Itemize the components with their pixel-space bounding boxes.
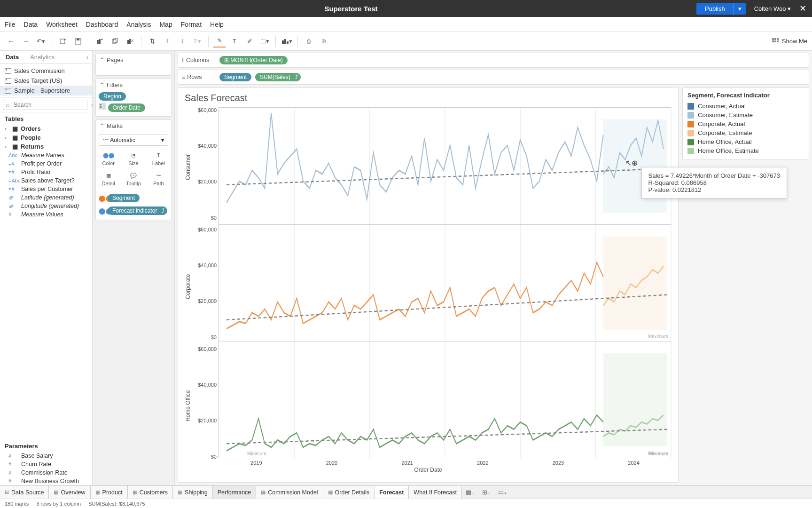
sort-desc-icon[interactable]: ⬇ <box>176 35 188 48</box>
mark-color-button[interactable]: ⬤⬤Color <box>96 149 121 169</box>
legend-item[interactable]: Home Office, Actual <box>687 137 804 146</box>
filter-pill[interactable]: Region <box>99 92 126 101</box>
parameter-item[interactable]: #New Business Growth <box>0 477 92 485</box>
mark-path-button[interactable]: 〜Path <box>146 169 171 189</box>
parameter-item[interactable]: #Churn Rate <box>0 460 92 468</box>
totals-icon[interactable]: Σ▾ <box>191 35 203 48</box>
clear-icon[interactable] <box>124 35 136 48</box>
datasource-item[interactable]: Sales Target (US) <box>0 76 92 86</box>
sheet-tab[interactable]: ▦Product <box>91 486 128 499</box>
mark-pill[interactable]: Forecast indicator⤴ <box>108 206 167 215</box>
share-icon[interactable]: ⎚ <box>318 35 330 48</box>
field-item[interactable]: #Measure Values <box>0 210 92 219</box>
show-cards-icon[interactable]: ▾ <box>281 35 293 48</box>
field-item[interactable]: =#Sales per Customer <box>0 185 92 193</box>
legend-item[interactable]: Home Office, Estimate <box>687 146 804 155</box>
show-me-button[interactable]: Show Me <box>772 38 807 45</box>
sheet-tab[interactable]: ▦Overview <box>49 486 90 499</box>
undo-icon[interactable]: ↶▾ <box>35 35 47 48</box>
collapse-pane-icon[interactable]: ‹ <box>83 54 92 61</box>
mark-detail-button[interactable]: ▦Detail <box>96 169 121 189</box>
new-story-button[interactable]: ▭₊ <box>494 486 511 499</box>
new-worksheet-icon[interactable] <box>94 35 106 48</box>
legend-item[interactable]: Corporate, Estimate <box>687 128 804 137</box>
folder-returns[interactable]: ›▦Returns <box>0 142 92 151</box>
row-pill[interactable]: Segment <box>219 73 251 81</box>
rows-shelf[interactable]: ≡Rows Segment SUM(Sales)⤴ <box>178 70 809 85</box>
tab-analytics[interactable]: Analytics <box>24 51 60 64</box>
marks-header[interactable]: ⌃Marks <box>96 120 171 132</box>
color-legend[interactable]: Segment, Forecast indicator Consumer, Ac… <box>682 87 809 159</box>
viz-panel[interactable]: Sales Forecast ConsumerCorporateHome Off… <box>178 87 679 483</box>
menu-analysis[interactable]: Analysis <box>126 21 151 28</box>
columns-shelf[interactable]: ⦀Columns ⊞ MONTH(Order Date) <box>178 53 809 68</box>
legend-item[interactable]: Corporate, Actual <box>687 119 804 128</box>
field-item[interactable]: =#Profit per Order <box>0 159 92 168</box>
format-icon[interactable]: ✐ <box>243 35 256 48</box>
close-icon[interactable]: ✕ <box>799 3 806 14</box>
sheet-tab[interactable]: Forecast <box>375 486 409 499</box>
sheet-tab[interactable]: ▦Order Details <box>323 486 375 499</box>
forward-icon[interactable]: → <box>20 35 32 48</box>
new-dashboard-button[interactable]: ⊞₊ <box>478 486 494 499</box>
sheet-tab[interactable]: ▦Shipping <box>173 486 213 499</box>
field-item[interactable]: =#Profit Ratio <box>0 168 92 176</box>
mark-size-button[interactable]: ◔Size <box>121 149 146 169</box>
highlight-icon[interactable]: ✎ <box>213 35 226 48</box>
sort-asc-icon[interactable]: ⬆ <box>161 35 173 48</box>
tab-data[interactable]: Data <box>0 51 24 64</box>
presentation-icon[interactable]: ⎙ <box>303 35 315 48</box>
pages-shelf[interactable] <box>96 66 171 75</box>
save-icon[interactable] <box>72 35 84 48</box>
parameter-item[interactable]: #Commission Rate <box>0 468 92 477</box>
sheet-tab[interactable]: ⊞Data Source <box>0 486 49 499</box>
menu-format[interactable]: Format <box>181 21 202 28</box>
menu-dashboard[interactable]: Dashboard <box>86 21 118 28</box>
mark-tooltip-button[interactable]: 💬Tooltip <box>121 169 146 189</box>
sheet-tab[interactable]: ▦Customers <box>128 486 173 499</box>
filters-shelf[interactable]: Region Order Date <box>96 91 171 116</box>
sheet-tab[interactable]: ▦Commission Model <box>256 486 323 499</box>
legend-item[interactable]: Consumer, Estimate <box>687 111 804 119</box>
pages-shelf-header[interactable]: ⌃Pages <box>96 54 171 66</box>
new-sheet-button[interactable]: ▦₊ <box>462 486 478 499</box>
chart-panel[interactable] <box>219 107 671 224</box>
menu-help[interactable]: Help <box>210 21 224 28</box>
folder-orders[interactable]: ›▦Orders <box>0 124 92 133</box>
folder-people[interactable]: ›▦People <box>0 133 92 142</box>
swap-icon[interactable]: ⇅ <box>146 35 158 48</box>
chart-panel[interactable]: MinimumMaximumMinimum <box>219 341 671 458</box>
publish-button[interactable]: Publish <box>696 3 734 15</box>
field-item[interactable]: ⊕Longitude (generated) <box>0 202 92 210</box>
label-icon[interactable]: T <box>228 35 241 48</box>
filter-pill[interactable]: Order Date <box>108 103 145 112</box>
publish-dropdown[interactable]: ▾ <box>734 3 746 15</box>
new-datasource-icon[interactable] <box>57 35 69 48</box>
row-pill[interactable]: SUM(Sales)⤴ <box>255 73 301 81</box>
search-input[interactable] <box>3 100 87 110</box>
chart-panel[interactable]: Maximum <box>219 224 671 341</box>
field-item[interactable]: =AbcSales above Target? <box>0 176 92 185</box>
mark-pill[interactable]: Segment <box>108 194 140 202</box>
duplicate-icon[interactable] <box>109 35 121 48</box>
menu-worksheet[interactable]: Worksheet <box>46 21 78 28</box>
legend-item[interactable]: Consumer, Actual <box>687 102 804 111</box>
sheet-tab[interactable]: Performance <box>213 486 257 499</box>
fit-icon[interactable]: ⬚▾ <box>258 35 271 48</box>
field-item[interactable]: AbcMeasure Names <box>0 151 92 159</box>
menu-map[interactable]: Map <box>159 21 172 28</box>
datasource-item[interactable]: Sample - Superstore <box>0 86 92 95</box>
field-item[interactable]: ⊕Latitude (generated) <box>0 193 92 202</box>
column-pill[interactable]: ⊞ MONTH(Order Date) <box>219 56 288 64</box>
back-icon[interactable]: ← <box>5 35 17 48</box>
filters-shelf-header[interactable]: ⌃Filters <box>96 79 171 91</box>
user-menu[interactable]: Colten Woo ▾ <box>754 5 791 12</box>
parameter-item[interactable]: #Base Salary <box>0 452 92 460</box>
datasource-item[interactable]: Sales Commission <box>0 66 92 76</box>
menu-file[interactable]: File <box>5 21 16 28</box>
viz-title[interactable]: Sales Forecast <box>185 93 671 103</box>
mark-type-select[interactable]: 〰 Automatic▾ <box>99 135 168 146</box>
menu-data[interactable]: Data <box>24 21 38 28</box>
sheet-tab[interactable]: What If Forecast <box>409 486 462 499</box>
mark-label-button[interactable]: TLabel <box>146 149 171 169</box>
